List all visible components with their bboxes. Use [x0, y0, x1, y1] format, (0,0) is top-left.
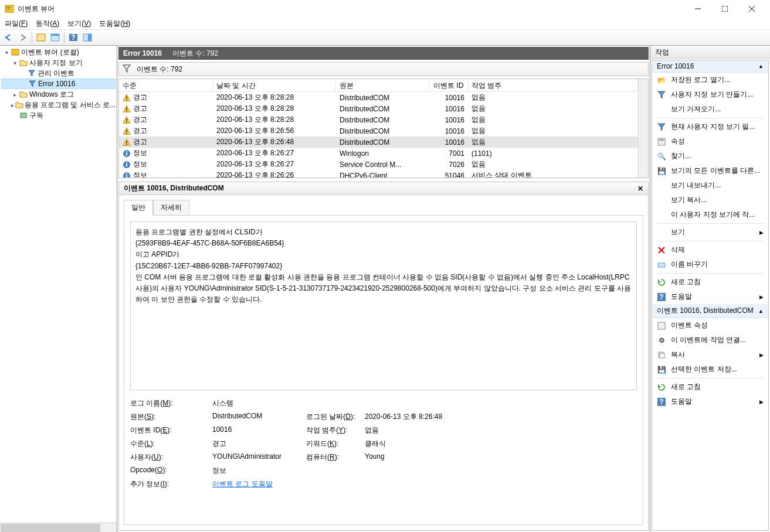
table-row[interactable]: 정보2020-06-13 오후 8:26:27Winlogon7001(1101… [119, 148, 638, 159]
menu-file[interactable]: 파일(F) [5, 19, 28, 29]
action-help[interactable]: ?도움말▶ [652, 289, 768, 304]
collapse-icon[interactable]: ▲ [758, 308, 764, 314]
link-eventlog-help[interactable]: 이벤트 로그 도움말 [212, 479, 306, 489]
tree-label: 구독 [29, 111, 43, 121]
action-import-view[interactable]: 보기 가져오기... [652, 102, 768, 117]
tree-hscrollbar[interactable] [0, 523, 117, 532]
table-row[interactable]: 경고2020-06-13 오후 8:26:48DistributedCOM100… [119, 137, 638, 148]
svg-rect-35 [658, 138, 665, 145]
action-view-submenu[interactable]: 보기▶ [652, 225, 768, 240]
col-task[interactable]: 작업 범주 [468, 79, 638, 91]
svg-rect-39 [658, 263, 665, 267]
action-group-event[interactable]: 이벤트 10016, DistributedCOM ▲ [652, 304, 768, 318]
action-help-2[interactable]: ?도움말▶ [652, 394, 768, 409]
properties-button[interactable] [49, 31, 62, 44]
cell-task: 없음 [468, 126, 638, 136]
table-row[interactable]: 경고2020-06-13 오후 8:28:28DistributedCOM100… [119, 103, 638, 114]
actions-body: Error 10016 ▲ 📂저장된 로그 열기... 사용자 지정 보기 만들… [652, 60, 769, 531]
cell-date: 2020-06-13 오후 8:28:28 [213, 93, 336, 103]
back-button[interactable] [2, 31, 15, 44]
menu-action[interactable]: 동작(A) [36, 19, 59, 29]
action-find[interactable]: 🔍찾기... [652, 149, 768, 163]
tree-app-service-logs[interactable]: ▸ 응용 프로그램 및 서비스 로... [1, 100, 116, 110]
cell-task: 없음 [468, 137, 638, 147]
tab-general[interactable]: 일반 [124, 200, 153, 216]
cell-id: 10016 [430, 127, 468, 135]
table-row[interactable]: 경고2020-06-13 오후 8:28:28DistributedCOM100… [119, 114, 638, 125]
detail-close-button[interactable]: ✕ [637, 185, 643, 193]
action-attach-task-view[interactable]: 이 사용자 지정 보기에 작... [652, 207, 768, 222]
tree[interactable]: ▾ 이벤트 뷰어 (로컬) ▾ 사용자 지정 보기 관리 이벤트 Error 1… [0, 46, 117, 523]
arrow-right-icon: ▶ [759, 399, 764, 405]
lbl-taskcat: 작업 범주(Y): [306, 425, 365, 435]
col-level[interactable]: 수준 [119, 79, 213, 91]
forward-button[interactable] [16, 31, 29, 44]
svg-rect-23 [126, 132, 127, 134]
filter-count: 이벤트 수: 792 [137, 64, 182, 74]
table-row[interactable]: 정보2020-06-13 오후 8:26:26DHCPv6-Client5104… [119, 170, 638, 178]
action-export-view[interactable]: 보기 내보내기... [652, 178, 768, 193]
tab-details[interactable]: 자세히 [153, 200, 189, 216]
col-date[interactable]: 날짜 및 시간 [213, 79, 336, 91]
action-save-selected[interactable]: 💾선택한 이벤트 저장... [652, 362, 768, 377]
action-attach-task[interactable]: ⚙이 이벤트에 작업 연결... [652, 333, 768, 347]
action-filter-current[interactable]: 현재 사용자 지정 보기 필... [652, 120, 768, 134]
expander-icon[interactable]: ▾ [11, 60, 19, 66]
action-rename[interactable]: 이름 바꾸기 [652, 257, 768, 272]
show-hide-tree-button[interactable] [35, 31, 48, 44]
action-group-error10016[interactable]: Error 10016 ▲ [652, 60, 768, 73]
lbl-source: 원본(S): [130, 412, 212, 422]
action-refresh-2[interactable]: 새로 고침 [652, 380, 768, 394]
col-id[interactable]: 이벤트 ID [430, 79, 468, 91]
tree-root[interactable]: ▾ 이벤트 뷰어 (로컬) [1, 47, 116, 57]
action-delete[interactable]: 삭제 [652, 243, 768, 257]
table-row[interactable]: 정보2020-06-13 오후 8:26:27Service Control M… [119, 159, 638, 170]
grid-header[interactable]: 수준 날짜 및 시간 원본 이벤트 ID 작업 범주 [119, 79, 638, 92]
table-row[interactable]: 경고2020-06-13 오후 8:26:56DistributedCOM100… [119, 125, 638, 137]
close-button[interactable] [738, 0, 765, 18]
svg-rect-24 [126, 141, 127, 143]
svg-rect-1 [6, 7, 11, 8]
collapse-icon[interactable]: ▲ [758, 63, 764, 69]
cell-task: 없음 [468, 93, 638, 103]
action-create-custom-view[interactable]: 사용자 지정 보기 만들기... [652, 87, 768, 102]
action-copy-view[interactable]: 보기 복사... [652, 193, 768, 207]
svg-rect-25 [126, 144, 127, 145]
cell-source: DistributedCOM [336, 94, 430, 102]
action-event-properties[interactable]: 이벤트 속성 [652, 318, 768, 333]
cell-level: 경고 [119, 93, 213, 103]
expander-icon[interactable]: ▾ [2, 49, 11, 56]
action-save-all[interactable]: 💾보기의 모든 이벤트를 다른... [652, 163, 768, 178]
action-copy[interactable]: 복사▶ [652, 347, 768, 362]
val-keywords: 클래식 [365, 439, 482, 449]
menu-help[interactable]: 도움말(H) [99, 19, 130, 29]
action-refresh[interactable]: 새로 고침 [652, 275, 768, 289]
action-open-saved-log[interactable]: 📂저장된 로그 열기... [652, 73, 768, 87]
lbl-eventid: 이벤트 ID(E): [130, 425, 212, 435]
cell-source: DHCPv6-Client [336, 172, 430, 178]
tree-subscriptions[interactable]: 구독 [1, 110, 116, 121]
cell-level: 경고 [119, 137, 213, 147]
grid-body[interactable]: 경고2020-06-13 오후 8:28:28DistributedCOM100… [119, 92, 638, 178]
help-button[interactable]: ? [67, 31, 80, 44]
tree-admin-events[interactable]: 관리 이벤트 [1, 68, 116, 79]
action-properties[interactable]: 속성 [652, 134, 768, 149]
tree-error-10016[interactable]: Error 10016 [1, 79, 116, 89]
grid-vscrollbar[interactable] [638, 79, 648, 178]
menu-view[interactable]: 보기(V) [67, 19, 91, 29]
col-source[interactable]: 원본 [336, 79, 430, 91]
minimize-button[interactable] [684, 0, 711, 18]
cell-level: 정보 [119, 170, 213, 178]
folder-icon [15, 100, 23, 110]
tree-windows-logs[interactable]: ▸ Windows 로그 [1, 89, 116, 100]
expander-icon[interactable]: ▸ [11, 102, 15, 108]
svg-rect-19 [126, 110, 127, 111]
cell-date: 2020-06-13 오후 8:26:27 [213, 159, 336, 169]
expander-icon[interactable]: ▸ [11, 91, 19, 98]
maximize-button[interactable] [711, 0, 738, 18]
show-action-pane-button[interactable] [81, 31, 94, 44]
tree-label: 관리 이벤트 [38, 69, 74, 79]
tree-custom-views[interactable]: ▾ 사용자 지정 보기 [1, 57, 116, 68]
table-row[interactable]: 경고2020-06-13 오후 8:28:28DistributedCOM100… [119, 92, 638, 103]
delete-icon [657, 245, 666, 255]
